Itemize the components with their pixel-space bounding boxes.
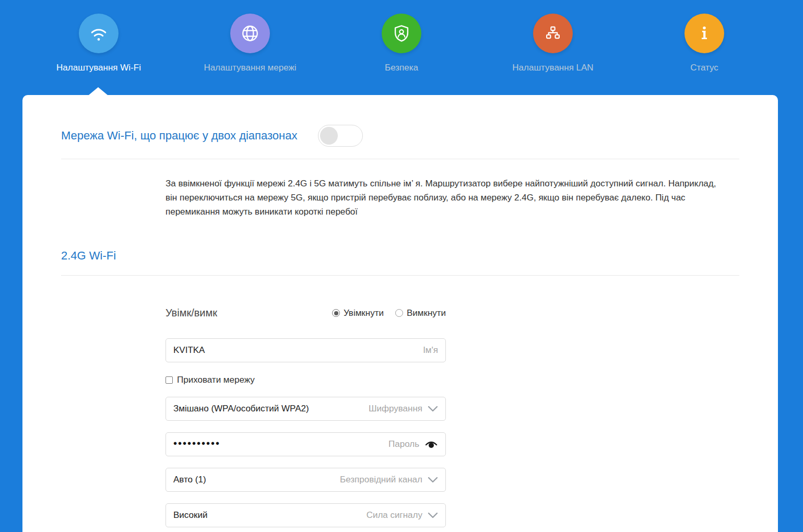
hide-network-checkbox[interactable] [166,376,173,384]
signal-strength-select[interactable]: Високий Сила сигналу [166,503,446,527]
toggle-knob [320,127,338,145]
tab-bar: Налаштування Wi-Fi Налаштування мережі [0,0,803,73]
dual-band-title: Мережа Wi-Fi, що працює у двох діапазона… [61,129,297,143]
dual-band-toggle[interactable] [318,125,363,147]
radio-option-disable[interactable]: Вимкнути [395,308,446,318]
radio-disable[interactable] [395,309,403,317]
password-input[interactable]: •••••••••• Пароль [166,432,446,456]
tab-security[interactable]: Безпека [326,0,477,73]
top-nav: Налаштування Wi-Fi Налаштування мережі [0,0,803,95]
hide-network-option[interactable]: Приховати мережу [166,375,446,385]
section-24g-header: 2.4G Wi-Fi [61,219,739,276]
section-24g-title: 2.4G Wi-Fi [61,249,739,263]
dual-band-description: За ввімкненої функції мережі 2.4G і 5G м… [166,176,729,219]
power-row: Увімк/вимк Увімкнути Вимкнути [166,307,446,319]
power-radio-group: Увімкнути Вимкнути [332,308,446,318]
password-value: •••••••••• [173,438,220,450]
radio-disable-label: Вимкнути [407,308,446,318]
network-name-field-label: Ім'я [423,345,438,356]
signal-strength-field-label: Сила сигналу [367,510,422,521]
tab-lan-settings[interactable]: Налаштування LAN [477,0,629,73]
radio-option-enable[interactable]: Увімкнути [332,308,384,318]
lan-topology-icon [533,14,573,53]
shield-user-icon [382,14,421,53]
tab-security-label: Безпека [385,63,418,73]
password-field-label: Пароль [388,439,419,450]
encryption-select[interactable]: Змішано (WPA/особистий WPA2) Шифрування [166,397,446,421]
encryption-value: Змішано (WPA/особистий WPA2) [173,404,309,414]
info-icon [684,14,724,53]
channel-value: Авто (1) [173,475,206,485]
chevron-down-icon [428,406,438,412]
signal-strength-value: Високий [173,510,207,521]
chevron-down-icon [428,477,438,483]
power-label: Увімк/вимк [166,307,332,319]
wifi-icon [79,14,119,53]
settings-card: Мережа Wi-Fi, що працює у двох діапазона… [22,95,778,532]
tab-wifi-settings-label: Налаштування Wi-Fi [56,63,141,73]
wifi-24g-form: Увімк/вимк Увімкнути Вимкнути KVITKA Ім'… [166,307,446,527]
network-name-value: KVITKA [173,345,205,356]
globe-icon [230,14,270,53]
network-name-input[interactable]: KVITKA Ім'я [166,338,446,362]
tab-status-label: Статус [690,63,718,73]
dual-band-row: Мережа Wi-Fi, що працює у двох діапазона… [61,95,739,159]
tab-lan-settings-label: Налаштування LAN [512,63,593,73]
chevron-down-icon [428,512,438,518]
active-tab-pointer [89,87,108,95]
tab-status[interactable]: Статус [629,0,780,73]
show-password-eye-icon[interactable] [424,439,438,450]
encryption-field-label: Шифрування [369,404,422,414]
radio-enable-label: Увімкнути [344,308,384,318]
tab-wifi-settings[interactable]: Налаштування Wi-Fi [23,0,174,73]
tab-network-settings-label: Налаштування мережі [204,63,296,73]
tab-network-settings[interactable]: Налаштування мережі [174,0,326,73]
hide-network-label: Приховати мережу [177,375,255,385]
channel-field-label: Безпровідний канал [340,475,422,485]
channel-select[interactable]: Авто (1) Безпровідний канал [166,468,446,492]
radio-enable[interactable] [332,309,340,317]
